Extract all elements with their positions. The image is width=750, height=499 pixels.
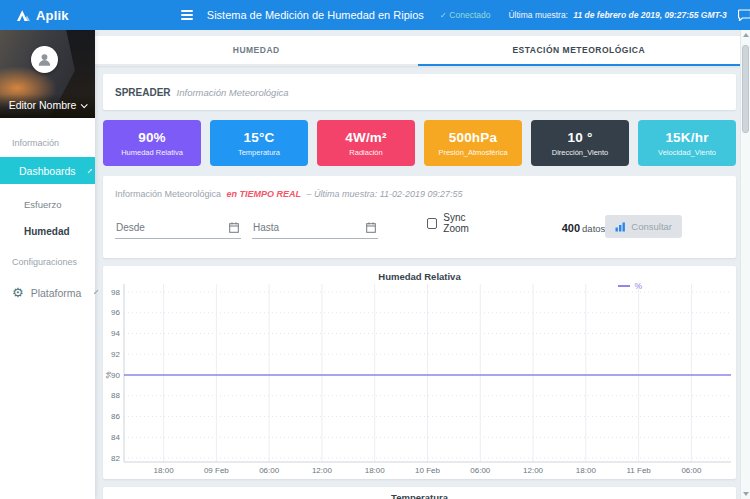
main-content: HUMEDAD ESTACIÓN METEOROLÓGICA SPREADER …	[95, 30, 740, 499]
sidebar-item-label: Dashboards	[19, 165, 76, 177]
sidebar-item-label: Plataforma	[31, 287, 82, 299]
profile-avatar[interactable]	[31, 46, 58, 73]
consultar-label: Consultar	[631, 221, 672, 232]
metric-value: 15K/hr	[665, 130, 708, 145]
metric-label: Velocidad_Viento	[658, 148, 716, 157]
desde-date-input[interactable]	[115, 218, 241, 239]
person-icon	[37, 52, 52, 67]
svg-text:12:00: 12:00	[312, 466, 333, 475]
metric-label: Presión_Atmosférica	[438, 148, 507, 157]
metric-value: 4W/m²	[345, 130, 387, 145]
connection-status: ✓ Conectado	[440, 10, 491, 20]
metric-card-radiacion: 4W/m² Radiación	[317, 120, 415, 166]
datos-count: 400datos	[562, 222, 606, 234]
spreader-card: SPREADER Información Meteorológica	[103, 74, 736, 110]
svg-text:86: 86	[111, 412, 120, 421]
tab-estacion-meteorologica[interactable]: ESTACIÓN METEOROLÓGICA	[418, 36, 741, 66]
page-title: Sistema de Medición de Humedad en Ripios	[207, 9, 424, 21]
sync-zoom-checkbox[interactable]: Sync Zoom	[427, 212, 490, 234]
metric-card-velocidad-viento: 15K/hr Velocidad_Viento	[638, 120, 736, 166]
sync-zoom-label: Sync Zoom	[443, 212, 489, 234]
humedad-relativa-chart-plot[interactable]: 98969492908886848218:0009 Feb06:0012:001…	[103, 266, 736, 479]
svg-text:12:00: 12:00	[523, 466, 544, 475]
chevron-down-icon	[81, 101, 88, 108]
temperatura-chart-card: Temperatura	[103, 487, 736, 499]
consultar-button[interactable]: Consultar	[605, 215, 682, 238]
metric-value: 90%	[138, 130, 166, 145]
profile-name-button[interactable]: Editor Nombre	[0, 99, 95, 111]
tiempo-real-badge: en TIEMPO REAL	[227, 189, 302, 199]
chart-legend[interactable]: %	[618, 281, 642, 291]
sidebar-item-esfuerzo[interactable]: Esfuerzo	[0, 199, 95, 210]
last-sample-value: 11 de febrero de 2019, 09:27:55 GMT-3	[573, 10, 726, 20]
svg-text:88: 88	[111, 391, 120, 400]
realtime-info-line: Información Meteorológica en TIEMPO REAL…	[115, 189, 724, 199]
svg-text:98: 98	[111, 288, 120, 297]
metric-card-presion-atmosferica: 500hPa Presión_Atmosférica	[424, 120, 522, 166]
metric-value: 15°C	[244, 130, 275, 145]
datos-count-value: 400	[562, 222, 580, 234]
hasta-date-field[interactable]	[252, 217, 378, 239]
vertical-scrollbar[interactable]	[740, 30, 750, 499]
humedad-relativa-chart-card: Humedad Relativa % 98969492908886848218:…	[103, 266, 736, 479]
sidebar-item-humedad[interactable]: Humedad	[0, 226, 95, 237]
chevron-up-icon	[87, 169, 91, 173]
menu-toggle-icon[interactable]	[181, 10, 193, 20]
datos-count-label: datos	[582, 223, 605, 234]
svg-text:06:00: 06:00	[259, 466, 280, 475]
profile-card: Editor Nombre	[0, 30, 95, 118]
desde-date-field[interactable]	[115, 217, 241, 239]
metric-card-humedad-relativa: 90% Humedad Relativa	[103, 120, 201, 166]
last-sample-label: Última muestra:	[508, 10, 568, 20]
chat-icon[interactable]	[738, 9, 750, 21]
spreader-subtitle: Información Meteorológica	[177, 87, 289, 98]
svg-text:92: 92	[111, 350, 120, 359]
svg-text:09 Feb: 09 Feb	[204, 466, 229, 475]
svg-text:84: 84	[111, 433, 120, 442]
query-controls: Sync Zoom 400datos Consultar	[115, 212, 724, 239]
metric-card-temperatura: 15°C Temperatura	[210, 120, 308, 166]
svg-text:18:00: 18:00	[365, 466, 386, 475]
svg-text:18:00: 18:00	[154, 466, 175, 475]
svg-text:82: 82	[111, 454, 120, 463]
metric-value: 10 °	[568, 130, 593, 145]
metric-value: 500hPa	[449, 130, 497, 145]
metric-label: Humedad Relativa	[121, 148, 183, 157]
info-last-sample: – Última muestra: 11-02-2019 09:27:55	[307, 189, 463, 199]
profile-name-text: Editor Nombre	[9, 99, 77, 111]
top-header: Aplik Sistema de Medición de Humedad en …	[0, 0, 750, 30]
spreader-title: SPREADER	[115, 87, 171, 98]
svg-text:11 Feb: 11 Feb	[626, 466, 651, 475]
checkbox-box[interactable]	[427, 218, 437, 229]
aplik-logo-icon	[16, 9, 31, 22]
scroll-down-arrow[interactable]	[741, 489, 750, 499]
sidebar-item-plataforma[interactable]: ⚙ Plataforma	[0, 279, 95, 306]
calendar-icon[interactable]	[229, 222, 239, 233]
svg-text:%: %	[104, 371, 113, 378]
hasta-date-input[interactable]	[252, 218, 378, 239]
sidebar-section-informacion: Información	[0, 138, 95, 148]
query-panel: Información Meteorológica en TIEMPO REAL…	[103, 176, 736, 258]
sidebar-section-configuraciones: Configuraciones	[0, 257, 95, 267]
chart-bars-icon	[615, 222, 626, 232]
scrollbar-thumb[interactable]	[742, 45, 749, 133]
chart-title: Temperatura	[103, 492, 736, 499]
svg-text:10 Feb: 10 Feb	[415, 466, 440, 475]
sidebar-item-dashboards[interactable]: Dashboards	[0, 157, 95, 184]
tab-bar: HUMEDAD ESTACIÓN METEOROLÓGICA	[95, 36, 740, 66]
scroll-up-arrow[interactable]	[741, 30, 750, 40]
app-logo-text: Aplik	[36, 8, 69, 23]
calendar-icon[interactable]	[366, 222, 376, 233]
metric-label: Dirección_Viento	[552, 148, 609, 157]
svg-text:94: 94	[111, 329, 120, 338]
metric-label: Temperatura	[238, 148, 280, 157]
metric-cards-row: 90% Humedad Relativa 15°C Temperatura 4W…	[103, 120, 736, 166]
svg-text:18:00: 18:00	[576, 466, 597, 475]
tab-humedad[interactable]: HUMEDAD	[95, 36, 418, 66]
app-logo[interactable]: Aplik	[16, 8, 69, 23]
svg-text:06:00: 06:00	[470, 466, 491, 475]
metric-card-direccion-viento: 10 ° Dirección_Viento	[531, 120, 629, 166]
sidebar: Editor Nombre Información Dashboards Esf…	[0, 30, 95, 499]
last-sample-header: Última muestra: 11 de febrero de 2019, 0…	[508, 10, 726, 20]
plataforma-gear-icon: ⚙	[12, 286, 24, 299]
